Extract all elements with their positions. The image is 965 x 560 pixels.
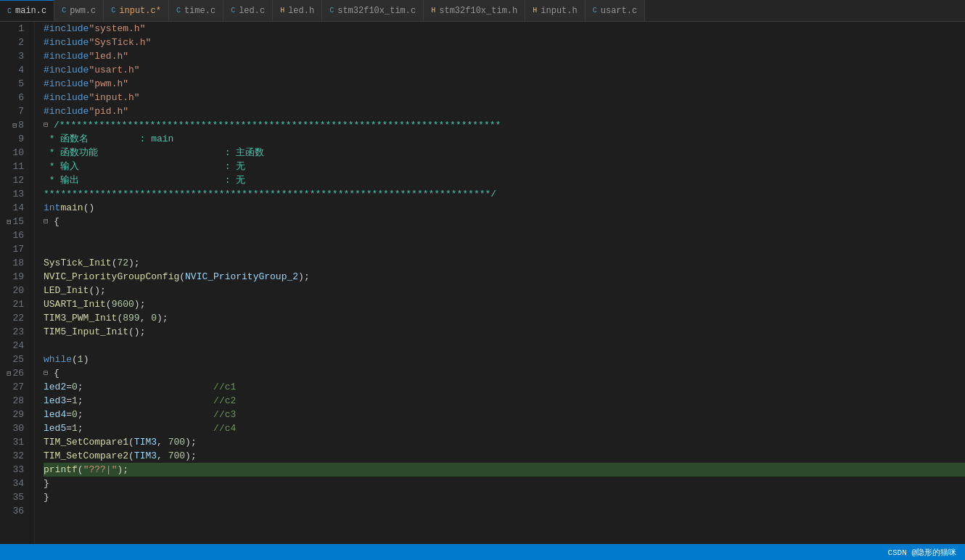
code-line-14: int main() <box>44 201 965 215</box>
string: "SysTick.h" <box>89 36 151 49</box>
variable: led4 <box>44 408 66 421</box>
code-content[interactable]: #include "system.h"#include "SysTick.h"#… <box>35 22 965 544</box>
tab-icon-c: C <box>231 7 235 15</box>
line-num-34: 34 <box>0 477 28 490</box>
line-num-25: 25 <box>0 353 28 366</box>
line-num-4: 4 <box>0 63 28 77</box>
line-num-17: 17 <box>0 242 28 256</box>
line-num-6: 6 <box>0 91 28 104</box>
tab-main-c[interactable]: Cmain.c <box>0 0 54 22</box>
fold-btn[interactable]: ⊟ <box>44 215 52 228</box>
tab-icon-c: C <box>593 7 597 15</box>
brace: } <box>44 490 49 504</box>
line-num-22: 22 <box>0 311 28 325</box>
line-num-20: 20 <box>0 284 28 297</box>
tab-usart-c[interactable]: Cusart.c <box>586 0 645 22</box>
tab-time-c[interactable]: Ctime.c <box>169 0 223 22</box>
line-num-9: 9 <box>0 132 28 146</box>
line-num-26: ⊟26 <box>0 366 28 380</box>
tab-label: input.c* <box>119 6 161 16</box>
tab-input-h[interactable]: Hinput.h <box>525 0 585 22</box>
function: TIM3_PWM_Init <box>44 311 117 325</box>
comment-text: * 函数名 : main <box>44 132 173 146</box>
code-line-10: * 函数功能 : 主函数 <box>44 146 965 160</box>
line-num-19: 19 <box>0 270 28 284</box>
line-num-11: 11 <box>0 160 28 173</box>
line-num-2: 2 <box>0 36 28 49</box>
line-num-21: 21 <box>0 297 28 311</box>
variable: led3 <box>44 394 66 408</box>
code-line-7: #include "pid.h" <box>44 104 965 118</box>
tab-icon-c: C <box>62 7 66 15</box>
brace: { <box>54 366 59 380</box>
tab-label: led.c <box>239 6 265 16</box>
function: main <box>60 201 83 215</box>
comment: //c2 <box>213 394 236 408</box>
keyword: #include <box>44 22 89 36</box>
code-line-15: ⊟{ <box>44 215 965 228</box>
line-num-35: 35 <box>0 490 28 504</box>
code-line-18: SysTick_Init(72); <box>44 256 965 270</box>
code-line-25: while(1) <box>44 353 965 366</box>
comment-text: * 输出 : 无 <box>44 173 245 187</box>
code-line-27: led2=0; //c1 <box>44 380 965 394</box>
line-num-10: 10 <box>0 146 28 160</box>
number: 0 <box>72 380 78 394</box>
tab-icon-h: H <box>280 7 284 15</box>
tab-led-h[interactable]: Hled.h <box>273 0 322 22</box>
line-num-32: 32 <box>0 449 28 463</box>
tab-bar: Cmain.cCpwm.cCinput.c*Ctime.cCled.cHled.… <box>0 0 965 22</box>
code-line-29: led4=0; //c3 <box>44 408 965 421</box>
comment: //c4 <box>213 421 236 435</box>
number: 72 <box>117 256 128 270</box>
tab-stm32f10x-tim-h[interactable]: Hstm32f10x_tim.h <box>424 0 525 22</box>
comment-block: /***************************************… <box>54 118 501 132</box>
code-line-12: * 输出 : 无 <box>44 173 965 187</box>
code-line-33: printf("???|"); <box>44 463 965 477</box>
tab-input-c[interactable]: Cinput.c* <box>104 0 169 22</box>
code-line-24 <box>44 339 965 353</box>
tab-label: stm32f10x_tim.c <box>337 6 416 16</box>
fold-btn[interactable]: ⊟ <box>2 367 11 381</box>
fold-btn[interactable]: ⊟ <box>8 119 17 133</box>
tab-label: main.c <box>15 6 46 16</box>
keyword: #include <box>44 91 89 104</box>
fold-btn[interactable]: ⊟ <box>2 215 11 229</box>
fold-btn[interactable]: ⊟ <box>44 118 52 132</box>
code-line-5: #include "pwm.h" <box>44 77 965 91</box>
line-num-13: 13 <box>0 187 28 201</box>
number: 1 <box>72 421 78 435</box>
line-num-12: 12 <box>0 173 28 187</box>
line-num-36: 36 <box>0 504 28 518</box>
string: "pid.h" <box>89 104 128 118</box>
comment: //c1 <box>213 380 236 394</box>
line-num-30: 30 <box>0 421 28 435</box>
line-num-16: 16 <box>0 228 28 242</box>
line-num-8: ⊟8 <box>0 118 28 132</box>
tab-icon-c: C <box>176 7 181 15</box>
code-line-30: led5=1; //c4 <box>44 421 965 435</box>
line-num-18: 18 <box>0 256 28 270</box>
code-line-1: #include "system.h" <box>44 22 965 36</box>
line-num-7: 7 <box>0 104 28 118</box>
watermark-text: CSDN @隐形的猫咪 <box>887 547 956 558</box>
keyword: while <box>44 353 72 366</box>
code-line-8: ⊟/**************************************… <box>44 118 965 132</box>
tab-label: led.h <box>288 6 314 16</box>
string: "system.h" <box>89 22 145 36</box>
code-line-3: #include "led.h" <box>44 49 965 63</box>
tab-stm32f10x-tim-c[interactable]: Cstm32f10x_tim.c <box>322 0 424 22</box>
code-line-9: * 函数名 : main <box>44 132 965 146</box>
comment-text: * 函数功能 : 主函数 <box>44 146 264 160</box>
keyword: int <box>44 201 60 215</box>
string: "input.h" <box>89 91 139 104</box>
code-line-35: } <box>44 490 965 504</box>
tab-led-c[interactable]: Cled.c <box>223 0 273 22</box>
code-line-2: #include "SysTick.h" <box>44 36 965 49</box>
code-line-34: } <box>44 477 965 490</box>
param: TIM3 <box>134 449 157 463</box>
number: 899 <box>123 311 139 325</box>
tab-pwm-c[interactable]: Cpwm.c <box>54 0 104 22</box>
code-line-32: TIM_SetCompare2(TIM3, 700); <box>44 449 965 463</box>
fold-btn[interactable]: ⊟ <box>44 366 52 380</box>
